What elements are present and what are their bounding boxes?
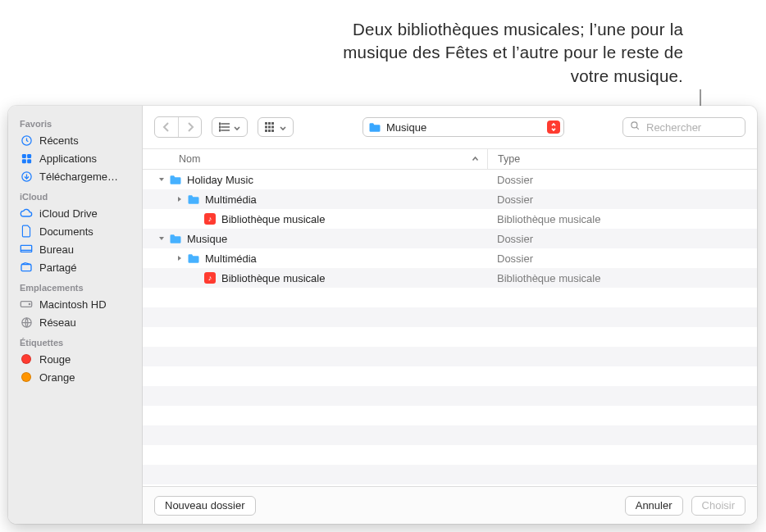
svg-rect-17	[265, 126, 267, 129]
sidebar-item-applications[interactable]: Applications	[8, 149, 142, 167]
sidebar-item-macintosh-hd[interactable]: Macintosh HD	[8, 295, 142, 313]
svg-rect-3	[21, 159, 25, 163]
svg-point-13	[219, 130, 221, 131]
sidebar-item-tag-orange[interactable]: Orange	[8, 368, 142, 386]
file-name: Bibliothèque musicale	[221, 213, 325, 225]
new-folder-button[interactable]: Nouveau dossier	[154, 496, 256, 516]
tag-red-icon	[20, 352, 33, 366]
sidebar-item-label: Partagé	[39, 261, 77, 274]
svg-point-12	[219, 126, 221, 128]
file-row[interactable]: Holiday MusicDossier	[143, 170, 757, 189]
sidebar: Favoris Récents Applications Téléchargem…	[8, 106, 143, 524]
file-row[interactable]: ♪Bibliothèque musicaleBibliothèque music…	[143, 209, 757, 229]
sidebar-item-documents[interactable]: Documents	[8, 222, 142, 240]
svg-rect-16	[271, 122, 274, 125]
file-type: Bibliothèque musicale	[487, 213, 757, 225]
search-field[interactable]	[622, 117, 745, 137]
svg-rect-19	[271, 126, 274, 129]
sidebar-section-title: Étiquettes	[8, 331, 142, 350]
disclosure-triangle[interactable]	[176, 195, 184, 204]
sidebar-section-icloud: iCloud iCloud Drive Documents Bureau	[8, 185, 142, 276]
column-headers: Nom Type	[143, 148, 757, 170]
music-library-icon: ♪	[203, 271, 217, 285]
folder-icon	[186, 192, 201, 207]
file-row[interactable]: ♪Bibliothèque musicaleBibliothèque music…	[143, 268, 757, 288]
column-header-name[interactable]: Nom	[143, 153, 487, 165]
folder-icon	[168, 231, 183, 246]
svg-point-9	[29, 303, 30, 304]
bottom-bar: Nouveau dossier Annuler Choisir	[143, 486, 757, 524]
svg-point-11	[219, 123, 221, 125]
disclosure-triangle[interactable]	[176, 254, 184, 263]
empty-row	[143, 307, 757, 327]
sidebar-item-icloud-drive[interactable]: iCloud Drive	[8, 204, 142, 222]
file-row[interactable]: MultimédiaDossier	[143, 189, 757, 209]
empty-row	[143, 366, 757, 386]
toolbar: Musique	[143, 106, 757, 148]
disclosure-triangle[interactable]	[157, 234, 166, 243]
cloud-icon	[20, 207, 33, 220]
sidebar-item-label: Macintosh HD	[39, 298, 107, 311]
nav-buttons	[154, 116, 202, 138]
clock-icon	[20, 134, 33, 147]
document-icon	[20, 225, 33, 238]
sidebar-section-title: Emplacements	[8, 276, 142, 295]
sidebar-item-label: Documents	[39, 225, 93, 238]
nav-forward-button[interactable]	[178, 117, 201, 137]
svg-point-23	[631, 122, 637, 128]
sidebar-item-downloads[interactable]: Téléchargeme…	[8, 167, 142, 185]
nav-back-button[interactable]	[155, 117, 178, 137]
svg-rect-7	[21, 265, 31, 271]
file-type: Dossier	[487, 174, 757, 186]
empty-row	[143, 288, 757, 307]
sidebar-item-label: Rouge	[39, 353, 71, 366]
empty-row	[143, 347, 757, 366]
apps-icon	[20, 152, 33, 165]
shared-icon	[20, 261, 33, 274]
path-popup-button[interactable]: Musique	[362, 117, 564, 137]
cancel-button[interactable]: Annuler	[625, 496, 683, 516]
file-type: Bibliothèque musicale	[487, 272, 757, 284]
sidebar-item-label: iCloud Drive	[39, 207, 98, 220]
empty-row	[143, 465, 757, 484]
help-caption: Deux bibliothèques musicales; l’une pour…	[310, 18, 683, 88]
sidebar-item-desktop[interactable]: Bureau	[8, 240, 142, 258]
sidebar-section-title: iCloud	[8, 185, 142, 204]
chevron-down-icon	[234, 121, 240, 134]
column-header-type[interactable]: Type	[487, 149, 757, 169]
file-name: Musique	[187, 233, 227, 245]
main-panel: Musique Nom Typ	[143, 106, 757, 524]
sidebar-item-label: Récents	[39, 134, 79, 147]
search-input[interactable]	[645, 120, 738, 134]
folder-icon	[168, 172, 183, 187]
disclosure-triangle[interactable]	[157, 175, 166, 184]
group-by-button[interactable]	[258, 117, 294, 137]
download-icon	[20, 170, 33, 183]
sidebar-section-favoris: Favoris Récents Applications Téléchargem…	[8, 112, 142, 185]
view-list-button[interactable]	[212, 117, 248, 137]
sidebar-item-tag-rouge[interactable]: Rouge	[8, 350, 142, 368]
sidebar-item-label: Téléchargeme…	[39, 171, 118, 183]
svg-rect-14	[265, 122, 267, 125]
tag-orange-icon	[20, 371, 33, 384]
updown-caps-icon	[547, 120, 560, 134]
sidebar-item-label: Orange	[39, 371, 75, 384]
file-row[interactable]: MusiqueDossier	[143, 229, 757, 248]
svg-rect-6	[21, 245, 31, 252]
svg-rect-15	[268, 122, 271, 125]
empty-row	[143, 445, 757, 465]
folder-icon	[368, 122, 381, 133]
svg-rect-18	[268, 126, 271, 129]
sidebar-item-recents[interactable]: Récents	[8, 131, 142, 149]
choose-button[interactable]: Choisir	[691, 496, 745, 516]
file-type: Dossier	[487, 252, 757, 265]
search-icon	[630, 120, 641, 134]
sidebar-section-locations: Emplacements Macintosh HD Réseau	[8, 276, 142, 331]
path-label: Musique	[386, 121, 426, 134]
music-library-icon: ♪	[203, 211, 217, 226]
sidebar-item-shared[interactable]: Partagé	[8, 258, 142, 276]
file-name: Multimédia	[205, 193, 257, 206]
sidebar-item-network[interactable]: Réseau	[8, 313, 142, 331]
file-row[interactable]: MultimédiaDossier	[143, 248, 757, 268]
file-name: Holiday Music	[187, 174, 253, 186]
